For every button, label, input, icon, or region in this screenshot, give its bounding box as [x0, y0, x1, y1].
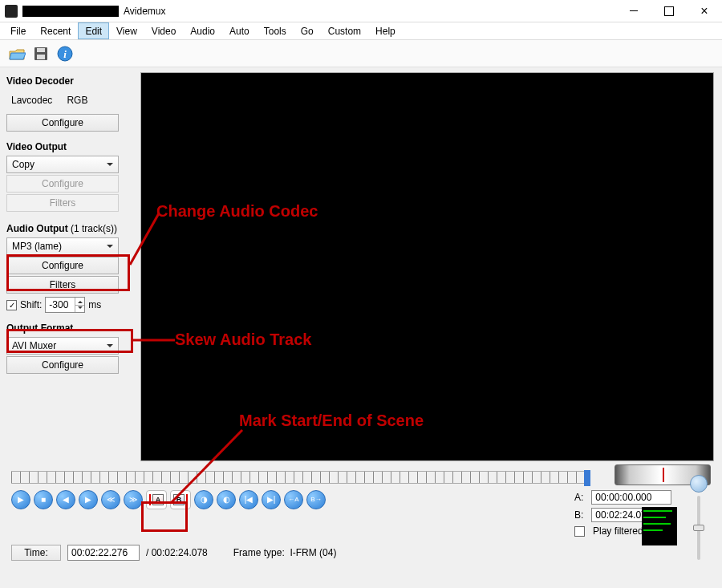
audio-shift-spinner[interactable] — [75, 298, 84, 312]
time-current-input[interactable]: 00:02:22.276 — [67, 545, 140, 561]
timeline-row — [0, 466, 722, 485]
menubar: File Recent Edit View Video Audio Auto T… — [0, 22, 722, 40]
video-output-configure-button[interactable]: Configure — [6, 175, 119, 193]
goto-b-button[interactable]: B→ — [306, 490, 326, 509]
audio-shift-value: -300 — [49, 299, 68, 310]
video-output-codec-value: Copy — [12, 159, 34, 170]
marker-a-value: 00:00:00.000 — [591, 490, 671, 505]
svg-rect-1 — [37, 48, 45, 52]
audio-output-configure-button[interactable]: Configure — [6, 257, 119, 274]
timeline-handle[interactable] — [584, 470, 590, 486]
play-filtered-checkbox[interactable] — [574, 526, 585, 537]
audio-output-heading-text: Audio Output — [6, 223, 68, 234]
audio-output-filters-button[interactable]: Filters — [6, 276, 119, 294]
volume-slider[interactable] — [697, 496, 700, 560]
audio-shift-row: ✓ Shift: -300 ms — [6, 297, 134, 313]
play-button[interactable]: ▶ — [11, 490, 30, 509]
speaker-icon[interactable] — [690, 475, 708, 493]
menu-edit[interactable]: Edit — [78, 22, 109, 39]
prev-keyframe-button[interactable]: ≪ — [101, 490, 120, 509]
menu-go[interactable]: Go — [294, 22, 321, 39]
titlebar: Avidemux × — [0, 0, 722, 22]
mark-a-icon: A — [149, 494, 164, 505]
info-icon: i — [56, 45, 74, 63]
menu-file[interactable]: File — [3, 22, 33, 39]
video-decoder-colorspace: RGB — [67, 95, 87, 106]
menu-custom[interactable]: Custom — [321, 22, 368, 39]
last-frame-button[interactable]: ▶| — [262, 490, 281, 509]
svg-rect-2 — [37, 55, 45, 59]
close-button[interactable]: × — [687, 0, 722, 22]
menu-view[interactable]: View — [109, 22, 144, 39]
floppy-disk-icon — [33, 46, 49, 62]
annotation-label-codec: Change Audio Codec — [156, 202, 318, 221]
menu-video[interactable]: Video — [144, 22, 183, 39]
audio-output-codec-select[interactable]: MP3 (lame) — [6, 237, 119, 255]
mark-b-icon: B — [173, 494, 188, 505]
menu-recent[interactable]: Recent — [33, 22, 78, 39]
menu-help[interactable]: Help — [368, 22, 403, 39]
save-button[interactable] — [30, 43, 51, 64]
output-format-select[interactable]: AVI Muxer — [6, 337, 119, 355]
marker-b-label: B: — [574, 509, 583, 521]
prev-black-frame-button[interactable]: ◑ — [194, 490, 213, 509]
redacted-filename — [22, 6, 119, 17]
audio-output-codec-value: MP3 (lame) — [12, 241, 62, 252]
svg-text:i: i — [63, 48, 67, 60]
next-black-frame-button[interactable]: ◐ — [217, 490, 236, 509]
video-decoder-heading: Video Decoder — [6, 75, 134, 87]
menu-tools[interactable]: Tools — [257, 22, 294, 39]
app-icon — [5, 5, 18, 18]
time-total: / 00:02:24.078 — [146, 547, 208, 558]
annotation-label-skew: Skew Audio Track — [175, 330, 311, 349]
sidebar: Video Decoder Lavcodec RGB Configure Vid… — [0, 67, 140, 466]
time-label-button[interactable]: Time: — [11, 545, 61, 561]
time-row: Time: 00:02:22.276 / 00:02:24.078 Frame … — [0, 537, 722, 569]
video-output-codec-select[interactable]: Copy — [6, 156, 119, 173]
audio-output-tracks: (1 track(s)) — [71, 223, 117, 234]
first-frame-button[interactable]: |◀ — [239, 490, 258, 509]
menu-auto[interactable]: Auto — [222, 22, 257, 39]
mark-b-button[interactable]: B — [170, 490, 191, 509]
stop-button[interactable]: ■ — [34, 490, 53, 509]
marker-a-label: A: — [574, 492, 583, 503]
audio-shift-checkbox[interactable]: ✓ — [6, 300, 17, 310]
volume-thumb[interactable] — [693, 525, 704, 531]
next-keyframe-button[interactable]: ≫ — [124, 490, 143, 509]
video-decoder-configure-button[interactable]: Configure — [6, 114, 119, 132]
window-controls: × — [616, 0, 722, 22]
audio-shift-unit: ms — [88, 299, 101, 310]
timeline-slider[interactable] — [11, 471, 590, 484]
open-button[interactable] — [6, 43, 27, 64]
prev-frame-button[interactable]: ◀ — [56, 490, 75, 509]
mark-a-button[interactable]: A — [146, 490, 167, 509]
content: Video Decoder Lavcodec RGB Configure Vid… — [0, 67, 722, 466]
output-format-heading: Output Format — [6, 322, 134, 334]
app-title: Avidemux — [124, 6, 165, 17]
next-frame-button[interactable]: ▶ — [79, 490, 98, 509]
video-decoder-values: Lavcodec RGB — [6, 90, 134, 112]
folder-open-icon — [8, 47, 26, 61]
frame-type: Frame type: I-FRM (04) — [233, 547, 337, 558]
maximize-button[interactable] — [651, 0, 687, 22]
toolbar: i — [0, 40, 722, 67]
menu-audio[interactable]: Audio — [183, 22, 222, 39]
audio-output-heading: Audio Output (1 track(s)) — [6, 223, 134, 234]
play-filtered-label: Play filtered — [593, 525, 643, 537]
output-format-value: AVI Muxer — [12, 340, 56, 351]
video-output-heading: Video Output — [6, 141, 134, 152]
audio-shift-input[interactable]: -300 — [45, 297, 85, 313]
video-decoder-name: Lavcodec — [11, 95, 52, 106]
info-button[interactable]: i — [55, 43, 75, 64]
video-output-filters-button[interactable]: Filters — [6, 194, 119, 212]
audio-shift-label: Shift: — [20, 299, 42, 310]
control-row: ▶ ■ ◀ ▶ ≪ ≫ A B ◑ ◐ |◀ ▶| ←A B→ A:00:00:… — [0, 485, 722, 537]
volume-area — [690, 475, 708, 560]
playback-buttons: ▶ ■ ◀ ▶ ≪ ≫ A B ◑ ◐ |◀ ▶| ←A B→ — [11, 490, 326, 509]
goto-a-button[interactable]: ←A — [284, 490, 303, 509]
video-preview — [140, 72, 714, 461]
minimize-button[interactable] — [616, 0, 651, 22]
output-format-configure-button[interactable]: Configure — [6, 356, 119, 374]
annotation-label-mark: Mark Start/End of Scene — [239, 412, 424, 430]
audio-level-meter — [642, 507, 677, 545]
